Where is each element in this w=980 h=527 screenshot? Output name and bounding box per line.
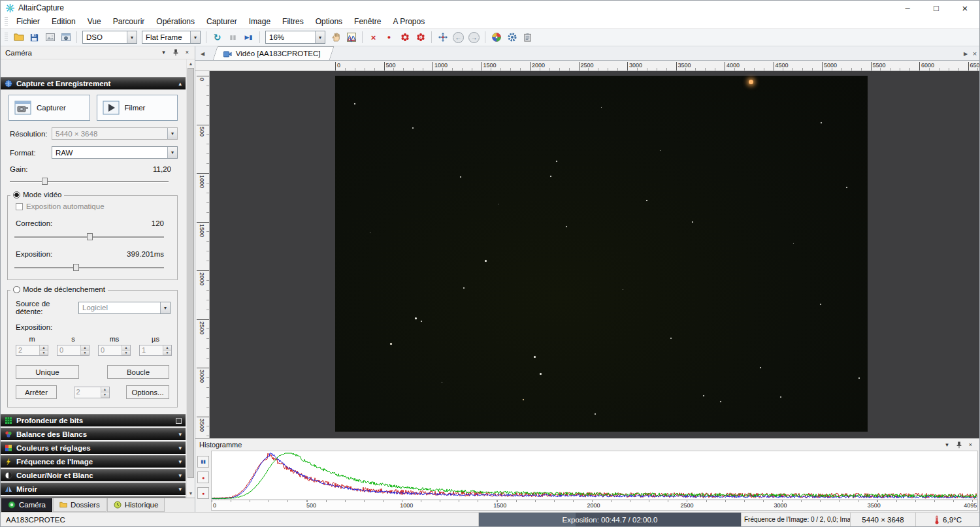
format-combobox[interactable]: RAW▾ <box>52 146 178 159</box>
display-options-button[interactable] <box>520 30 535 45</box>
capture-button[interactable]: Capturer <box>8 95 90 121</box>
section-capture-recording[interactable]: Capture et Enregistrement ▴ <box>1 77 186 89</box>
spin-down-icon[interactable]: ▼ <box>163 351 171 356</box>
microseconds-stepper[interactable]: 1▲▼ <box>139 345 172 356</box>
histogram-pin-button[interactable] <box>954 440 964 450</box>
resolution-combobox[interactable]: 5440 × 3648▾ <box>52 127 178 140</box>
snapshot-button[interactable] <box>58 30 73 45</box>
dead-pixel-correction-button[interactable] <box>397 30 412 45</box>
panel-pin-button[interactable] <box>171 48 180 57</box>
spin-up-icon[interactable]: ▲ <box>101 387 109 392</box>
maximize-button[interactable]: □ <box>922 1 951 15</box>
section-mirror[interactable]: Miroir ▾ <box>1 483 186 495</box>
pan-move-button[interactable] <box>435 30 450 45</box>
color-settings-button[interactable] <box>489 30 504 45</box>
histogram-channels-button[interactable]: ▮▮ <box>197 456 209 468</box>
tab-history[interactable]: Historique <box>107 498 165 512</box>
tab-scroll-left-button[interactable]: ◀ <box>198 47 207 60</box>
section-frame-rate[interactable]: Fréquence de l'Image ▾ <box>1 455 186 468</box>
options-button[interactable]: Options... <box>126 385 169 399</box>
settings-button[interactable] <box>504 30 519 45</box>
panel-close-button[interactable]: × <box>182 48 192 57</box>
histogram-close-button[interactable]: × <box>966 440 975 450</box>
spin-down-icon[interactable]: ▼ <box>40 351 48 356</box>
spin-up-icon[interactable]: ▲ <box>40 345 48 351</box>
menu-item[interactable]: Opérations <box>150 15 201 28</box>
slider-thumb[interactable] <box>73 264 79 271</box>
tab-camera[interactable]: Caméra <box>1 498 52 512</box>
tab-folders[interactable]: Dossiers <box>53 498 106 512</box>
pan-tool-button[interactable] <box>328 30 343 45</box>
scroll-down-icon[interactable]: ▼ <box>187 489 195 498</box>
menu-item[interactable]: Capturer <box>201 15 243 28</box>
spin-down-icon[interactable]: ▼ <box>101 392 109 398</box>
menu-item[interactable]: A Propos <box>387 15 431 28</box>
histogram-plot[interactable]: 05001000150020002500300035004095 <box>211 451 978 511</box>
panel-scrollbar[interactable]: ▲ ▼ <box>186 59 195 498</box>
pause-button[interactable]: ▮▮ <box>225 30 240 45</box>
milliseconds-stepper[interactable]: 0▲▼ <box>98 345 131 356</box>
starfield-image[interactable] <box>335 76 868 432</box>
section-color-bw[interactable]: Couleur/Noir et Blanc ▾ <box>1 469 186 481</box>
menu-item[interactable]: Vue <box>82 15 107 28</box>
histogram-marker1-button[interactable]: ● <box>197 471 209 483</box>
scrollbar-thumb[interactable] <box>188 68 194 478</box>
browse-images-button[interactable] <box>42 30 57 45</box>
menu-item[interactable]: Options <box>310 15 348 28</box>
menu-item[interactable]: Filtres <box>276 15 310 28</box>
minutes-stepper[interactable]: 2▲▼ <box>16 345 48 356</box>
menu-item[interactable]: Fichier <box>10 15 46 28</box>
scroll-up-icon[interactable]: ▲ <box>187 59 195 68</box>
spin-down-icon[interactable]: ▼ <box>81 351 89 356</box>
image-canvas-area[interactable] <box>210 71 979 438</box>
zoom-combobox[interactable]: 16%▾ <box>265 31 325 44</box>
auto-exposure-checkbox[interactable] <box>16 203 23 210</box>
document-close-button[interactable]: × <box>970 47 979 60</box>
skip-to-end-button[interactable]: ▶▮ <box>241 30 256 45</box>
panel-menu-button[interactable]: ▾ <box>159 48 169 57</box>
menu-item[interactable]: Image <box>243 15 276 28</box>
hot-pixel-correction-button[interactable] <box>413 30 428 45</box>
correction-slider[interactable] <box>14 232 164 241</box>
slider-thumb[interactable] <box>42 178 48 185</box>
dark-frame-remove-button[interactable]: × <box>366 30 381 45</box>
minimize-button[interactable]: – <box>893 1 922 15</box>
spin-up-icon[interactable]: ▲ <box>81 345 89 351</box>
histogram-tool-button[interactable] <box>344 30 359 45</box>
single-shot-button[interactable]: Unique <box>16 365 79 379</box>
menu-item[interactable]: Parcourir <box>107 15 151 28</box>
live-restart-button[interactable]: ↻ <box>210 30 225 45</box>
video-document-tab[interactable]: Vidéo [AA183CPROTEC] <box>213 46 334 60</box>
open-folder-button[interactable] <box>11 30 26 45</box>
exposure-slider[interactable] <box>14 263 164 272</box>
save-button[interactable] <box>27 30 42 45</box>
seconds-stepper[interactable]: 0▲▼ <box>57 345 90 356</box>
loop-button[interactable]: Boucle <box>107 365 169 379</box>
slider-thumb[interactable] <box>87 233 93 240</box>
histogram-menu-button[interactable]: ▾ <box>942 440 952 450</box>
count-stepper[interactable]: 2▲▼ <box>74 387 110 398</box>
section-rotation[interactable]: Rotation ▾ <box>1 496 186 498</box>
frame-type-combobox[interactable]: Flat Frame▾ <box>142 31 201 44</box>
next-frame-button[interactable]: → <box>466 30 482 45</box>
film-button[interactable]: Filmer <box>97 95 178 121</box>
trigger-source-combobox[interactable]: Logiciel▾ <box>78 302 171 314</box>
mode-combobox[interactable]: DSO▾ <box>82 31 137 44</box>
section-colors-settings[interactable]: Couleurs et réglages ▾ <box>1 441 186 454</box>
spin-up-icon[interactable]: ▲ <box>163 345 171 351</box>
section-white-balance[interactable]: Balance des Blancs ▾ <box>1 428 186 440</box>
spin-up-icon[interactable]: ▲ <box>122 345 130 351</box>
spin-down-icon[interactable]: ▼ <box>122 351 130 356</box>
video-mode-radio[interactable] <box>13 191 20 199</box>
histogram-marker2-button[interactable]: ● <box>197 487 209 499</box>
close-button[interactable]: × <box>951 1 979 15</box>
trigger-mode-radio[interactable] <box>13 286 20 293</box>
stop-button[interactable]: Arrêter <box>16 385 57 399</box>
gain-slider[interactable] <box>10 177 169 185</box>
previous-frame-button[interactable]: ← <box>451 30 466 45</box>
tab-scroll-right-button[interactable]: ▶ <box>961 47 970 60</box>
section-bit-depth[interactable]: Profondeur de bits <box>1 414 186 426</box>
menu-item[interactable]: Edition <box>46 15 82 28</box>
menu-item[interactable]: Fenêtre <box>348 15 387 28</box>
hot-pixel-button[interactable]: ● <box>382 30 397 45</box>
